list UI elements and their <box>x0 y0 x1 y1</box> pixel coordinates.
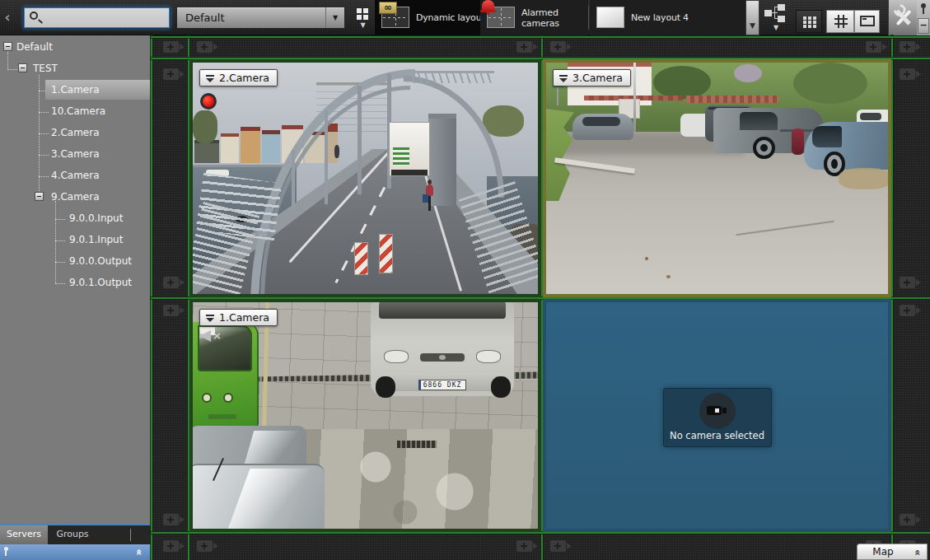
pin-icon[interactable] <box>4 547 8 551</box>
top-toolbar: ‹ Default ▼ ▼ ∞ Dynamic layout <box>0 0 930 35</box>
search-input[interactable] <box>44 9 167 26</box>
mute-indicator[interactable]: × <box>199 329 224 343</box>
add-camera-icon[interactable] <box>197 540 213 552</box>
add-camera-icon[interactable] <box>550 540 566 552</box>
cyclist-head <box>428 180 432 184</box>
layouts-menu-button[interactable]: ▼ <box>352 6 374 32</box>
tree-expander-icon[interactable] <box>35 192 44 201</box>
license-plate: 6866 DKZ <box>418 380 466 390</box>
view-mode-single-button[interactable] <box>854 10 880 33</box>
collapse-panel-left-icon[interactable]: ‹ <box>2 8 13 26</box>
add-camera-icon[interactable] <box>550 41 566 53</box>
collapse-up-icon[interactable]: « <box>133 548 145 555</box>
empty-tile-content: No camera selected <box>546 302 888 529</box>
tree-item-9-0-1-input[interactable]: 9.0.1.Input <box>0 230 151 250</box>
grid-2x2-icon <box>357 8 362 13</box>
add-camera-icon[interactable] <box>163 41 179 53</box>
tree-expander-icon[interactable] <box>3 42 12 51</box>
add-camera-icon[interactable] <box>197 41 213 53</box>
thumbnail-grid-line <box>501 8 502 26</box>
truck <box>389 122 430 176</box>
view-mode-grid-button[interactable] <box>796 10 822 33</box>
tree-item-label: 4.Camera <box>51 166 100 185</box>
tree-item-default[interactable]: Default <box>0 37 151 57</box>
headlight <box>476 350 501 363</box>
add-camera-icon[interactable] <box>163 514 179 525</box>
layout-thumbnail <box>487 7 515 28</box>
layout-hierarchy-button[interactable]: ▼ <box>763 3 789 33</box>
roof-tiles <box>686 96 778 103</box>
add-camera-icon[interactable] <box>163 277 179 288</box>
camera-tile-menu[interactable]: 3.Camera <box>553 69 631 86</box>
grid-line <box>151 532 930 534</box>
settings-tools-button[interactable] <box>888 0 917 35</box>
hierarchy-link <box>774 7 778 7</box>
tab-servers[interactable]: Servers <box>0 525 48 544</box>
hierarchy-node-icon <box>778 4 785 11</box>
bus-headlight <box>202 393 212 403</box>
tab-groups[interactable]: Groups <box>48 525 97 544</box>
camera-tile-menu[interactable]: 1.Camera <box>199 309 278 326</box>
tree-item-9-0-0-output[interactable]: 9.0.0.Output <box>0 251 151 271</box>
bus-headlight <box>223 393 233 403</box>
add-camera-icon[interactable] <box>900 305 915 316</box>
view-mode-quad-button[interactable] <box>826 10 854 33</box>
minimize-button[interactable]: − <box>918 18 929 34</box>
camera-name: 1.Camera <box>219 311 269 324</box>
tree-item-9-camera[interactable]: 9.Camera <box>0 187 151 207</box>
grid-line <box>151 36 930 38</box>
add-camera-icon[interactable] <box>163 305 179 316</box>
search-icon <box>30 12 38 20</box>
add-camera-icon[interactable] <box>516 540 532 552</box>
tree-item-10-camera[interactable]: 10.Camera <box>0 101 151 121</box>
add-camera-icon[interactable] <box>900 514 915 525</box>
car-windows <box>860 113 881 120</box>
tab-dynamic-layout[interactable]: ∞ Dynamic layout <box>375 0 480 35</box>
layout-group-select[interactable]: Default ▼ <box>176 7 345 29</box>
layout-thumbnail <box>596 7 624 28</box>
add-camera-icon[interactable] <box>900 277 915 288</box>
tree-item-3-camera[interactable]: 3.Camera <box>0 144 151 164</box>
video-camera-icon <box>707 406 722 415</box>
cab-window <box>740 112 778 130</box>
map-button-label: Map <box>858 544 909 559</box>
add-camera-icon[interactable] <box>516 41 532 53</box>
objects-panel: Default TEST 1.Camera 10.Camera 2.Camera… <box>0 35 151 560</box>
pin-icon[interactable] <box>921 3 926 8</box>
empty-camera-tile[interactable]: No camera selected <box>543 299 891 532</box>
tree-item-test[interactable]: TEST <box>0 58 151 78</box>
tree-item-label: Default <box>16 37 53 57</box>
tree-item-1-camera[interactable]: 1.Camera <box>0 80 151 100</box>
add-camera-icon[interactable] <box>900 41 915 53</box>
camera-tile-3[interactable]: 3.Camera <box>543 59 891 297</box>
tree-item-9-0-1-output[interactable]: 9.0.1.Output <box>0 273 151 292</box>
manhole <box>397 441 437 448</box>
chevron-down-icon[interactable]: ▼ <box>325 7 344 28</box>
add-camera-icon[interactable] <box>163 68 179 80</box>
camera-tile-1[interactable]: 6866 DKZ 1.Camera × <box>189 299 541 532</box>
street-scene: 6866 DKZ <box>193 302 538 529</box>
add-camera-icon[interactable] <box>866 41 881 53</box>
tab-alarmed-cameras[interactable]: Alarmed cameras <box>480 0 588 35</box>
camera-tile-2[interactable]: 2.Camera <box>189 59 541 297</box>
tree-item-label: 1.Camera <box>51 80 100 100</box>
add-camera-icon[interactable] <box>900 68 915 80</box>
tab-new-layout-4[interactable]: New layout 4 <box>590 0 745 35</box>
map-panel-button[interactable]: Map « <box>857 544 928 560</box>
layout-thumbnail: ∞ <box>381 7 409 28</box>
tree-expander-icon[interactable] <box>18 63 27 72</box>
tab-separator <box>588 6 589 30</box>
single-window-icon <box>860 16 875 26</box>
camera-tile-menu[interactable]: 2.Camera <box>199 69 278 86</box>
tree-item-2-camera[interactable]: 2.Camera <box>0 123 151 142</box>
tree-item-9-0-0-input[interactable]: 9.0.0.Input <box>0 208 151 228</box>
camera-video-1: 6866 DKZ 1.Camera × <box>193 302 538 529</box>
hierarchy-node-icon <box>778 16 785 22</box>
wheel <box>376 376 395 398</box>
bridge-hanger <box>325 110 328 204</box>
tab-separator <box>130 529 131 541</box>
tree-item-label: 3.Camera <box>51 144 100 164</box>
tree-item-4-camera[interactable]: 4.Camera <box>0 166 151 185</box>
tab-scroll-button[interactable]: ▼ <box>745 0 759 35</box>
add-camera-icon[interactable] <box>163 540 179 552</box>
